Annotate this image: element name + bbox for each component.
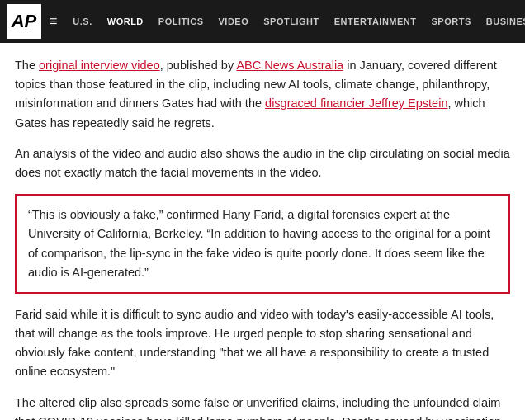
nav-item-us[interactable]: U.S. [65,17,99,26]
paragraph-4: The altered clip also spreads some false… [15,394,510,420]
nav-item-spotlight[interactable]: SPOTLIGHT [256,17,326,26]
quote-box: “This is obviously a fake,” confirmed Ha… [15,194,510,294]
nav-item-business[interactable]: BUSINESS [479,17,525,26]
content-wrapper: The original interview video, published … [0,43,525,420]
link-jeffrey-epstein[interactable]: disgraced financier Jeffrey Epstein [265,97,447,110]
paragraph-1: The original interview video, published … [15,56,510,133]
nav-item-sports[interactable]: SPORTS [424,17,479,26]
hamburger-menu[interactable]: ≡ [50,14,57,29]
main-nav: U.S. WORLD POLITICS VIDEO SPOTLIGHT ENTE… [65,13,525,30]
link-abc-news[interactable]: ABC News Australia [236,59,343,72]
nav-item-politics[interactable]: POLITICS [151,17,211,26]
paragraph-2: An analysis of the video and audio also … [15,144,510,182]
header: AP ≡ U.S. WORLD POLITICS VIDEO SPOTLIGHT… [0,0,525,43]
ap-logo[interactable]: AP [7,4,41,39]
paragraph-3: Farid said while it is difficult to sync… [15,305,510,382]
quote-text: “This is obviously a fake,” confirmed Ha… [28,208,490,279]
nav-item-video[interactable]: VIDEO [211,17,257,26]
link-original-interview[interactable]: original interview video [39,59,160,72]
nav-item-world[interactable]: WORLD [100,17,151,26]
article-content: The original interview video, published … [0,43,525,420]
nav-item-entertainment[interactable]: ENTERTAINMENT [327,17,424,26]
